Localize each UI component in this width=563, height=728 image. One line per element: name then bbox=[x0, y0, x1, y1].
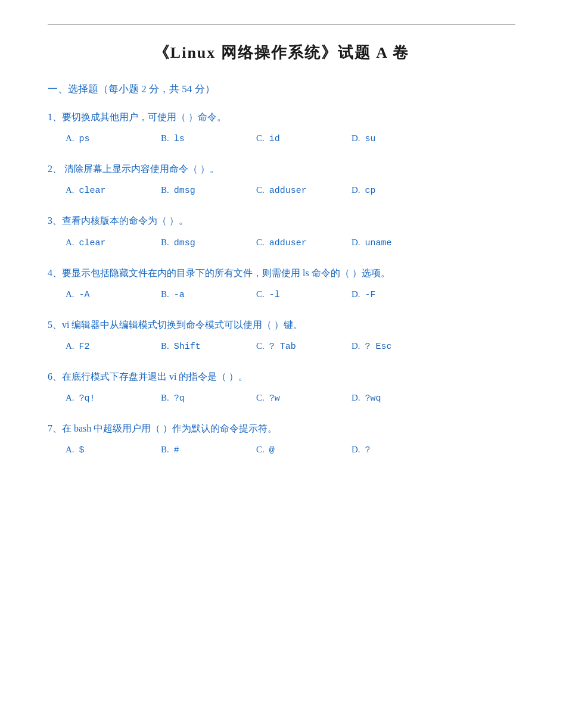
question-block-q7: 7、在 bash 中超级用户用（ ）作为默认的命令提示符。A.$B.#C.@D.… bbox=[48, 420, 515, 455]
options-row-q3: A.clearB.dmsgC.adduserD.uname bbox=[48, 238, 515, 248]
option-q5-0: A.F2 bbox=[66, 341, 137, 352]
question-text-q1: 1、要切换成其他用户，可使用（ ）命令。 bbox=[48, 109, 515, 125]
option-letter-q3-2: C. bbox=[256, 238, 265, 248]
option-value-q7-0: $ bbox=[79, 445, 85, 455]
option-sep-q5-2 bbox=[328, 341, 352, 352]
option-letter-q6-1: B. bbox=[161, 393, 169, 403]
option-value-q6-0: ?q! bbox=[79, 393, 95, 404]
option-q7-1: B.# bbox=[161, 445, 232, 455]
option-letter-q2-0: A. bbox=[66, 185, 74, 195]
question-block-q4: 4、要显示包括隐藏文件在内的目录下的所有文件，则需使用 ls 命令的（ ）选项。… bbox=[48, 265, 515, 300]
option-value-q5-0: F2 bbox=[79, 342, 90, 352]
question-text-q7: 7、在 bash 中超级用户用（ ）作为默认的命令提示符。 bbox=[48, 420, 515, 436]
option-sep-q1-0 bbox=[137, 133, 161, 144]
option-q6-0: A.?q! bbox=[66, 393, 137, 404]
option-letter-q1-1: B. bbox=[161, 133, 169, 143]
option-value-q6-3: ?wq bbox=[365, 393, 381, 404]
option-value-q6-2: ?w bbox=[269, 393, 280, 404]
option-q4-3: D.-F bbox=[352, 289, 423, 300]
option-value-q3-2: adduser bbox=[269, 238, 307, 248]
option-q3-3: D.uname bbox=[352, 238, 423, 248]
option-sep-q1-2 bbox=[328, 133, 352, 144]
option-letter-q5-2: C. bbox=[256, 341, 265, 351]
option-q7-3: D.? bbox=[352, 445, 423, 455]
option-letter-q4-3: D. bbox=[352, 289, 360, 299]
option-sep-q7-2 bbox=[328, 445, 352, 455]
option-q5-1: B.Shift bbox=[161, 341, 232, 352]
option-letter-q2-2: C. bbox=[256, 185, 265, 195]
option-letter-q3-3: D. bbox=[352, 238, 360, 248]
option-value-q3-1: dmsg bbox=[174, 238, 195, 248]
options-row-q2: A.clearB.dmsgC.adduserD.cp bbox=[48, 185, 515, 196]
option-letter-q4-2: C. bbox=[256, 289, 265, 299]
option-sep-q2-0 bbox=[137, 185, 161, 196]
question-text-q5: 5、vi 编辑器中从编辑模式切换到命令模式可以使用（ ）键。 bbox=[48, 317, 515, 333]
option-q1-0: A.ps bbox=[66, 133, 137, 144]
option-value-q1-3: su bbox=[365, 134, 376, 144]
option-value-q2-3: cp bbox=[365, 186, 376, 196]
question-block-q1: 1、要切换成其他用户，可使用（ ）命令。A.psB.lsC.idD.su bbox=[48, 109, 515, 144]
option-letter-q4-0: A. bbox=[66, 289, 74, 299]
questions-container: 1、要切换成其他用户，可使用（ ）命令。A.psB.lsC.idD.su2、 清… bbox=[48, 109, 515, 455]
option-sep-q5-1 bbox=[232, 341, 256, 352]
option-sep-q3-1 bbox=[232, 238, 256, 248]
option-sep-q7-1 bbox=[232, 445, 256, 455]
options-row-q4: A.-AB.-aC.-lD.-F bbox=[48, 289, 515, 300]
options-row-q1: A.psB.lsC.idD.su bbox=[48, 133, 515, 144]
question-text-q6: 6、在底行模式下存盘并退出 vi 的指令是（ ）。 bbox=[48, 368, 515, 385]
option-letter-q6-0: A. bbox=[66, 393, 74, 403]
option-q1-1: B.ls bbox=[161, 133, 232, 144]
option-value-q1-0: ps bbox=[79, 134, 90, 144]
option-sep-q4-2 bbox=[328, 289, 352, 300]
option-q7-2: C.@ bbox=[256, 445, 328, 455]
option-q5-3: D.? Esc bbox=[352, 341, 423, 352]
option-value-q4-1: -a bbox=[174, 290, 185, 300]
option-sep-q4-0 bbox=[137, 289, 161, 300]
option-letter-q4-1: B. bbox=[161, 289, 169, 299]
option-q1-3: D.su bbox=[352, 133, 423, 144]
option-value-q5-2: ? Tab bbox=[269, 342, 296, 352]
option-sep-q6-1 bbox=[232, 393, 256, 404]
option-value-q3-3: uname bbox=[365, 238, 392, 248]
option-letter-q2-1: B. bbox=[161, 185, 169, 195]
option-sep-q4-1 bbox=[232, 289, 256, 300]
option-q3-1: B.dmsg bbox=[161, 238, 232, 248]
option-letter-q6-2: C. bbox=[256, 393, 265, 403]
option-letter-q5-3: D. bbox=[352, 341, 360, 351]
option-q2-0: A.clear bbox=[66, 185, 137, 196]
option-value-q2-1: dmsg bbox=[174, 186, 195, 196]
option-letter-q1-0: A. bbox=[66, 133, 74, 143]
option-q6-1: B.?q bbox=[161, 393, 232, 404]
option-value-q7-3: ? bbox=[365, 445, 371, 455]
question-block-q6: 6、在底行模式下存盘并退出 vi 的指令是（ ）。A.?q!B.?qC.?wD.… bbox=[48, 368, 515, 404]
option-sep-q1-1 bbox=[232, 133, 256, 144]
question-text-q2: 2、 清除屏幕上显示内容使用命令（ ）。 bbox=[48, 161, 515, 177]
option-letter-q7-1: B. bbox=[161, 445, 169, 455]
question-block-q3: 3、查看内核版本的命令为（ ）。A.clearB.dmsgC.adduserD.… bbox=[48, 213, 515, 248]
option-value-q2-2: adduser bbox=[269, 186, 307, 196]
option-value-q4-3: -F bbox=[365, 290, 376, 300]
option-q7-0: A.$ bbox=[66, 445, 137, 455]
question-text-q3: 3、查看内核版本的命令为（ ）。 bbox=[48, 213, 515, 229]
option-letter-q2-3: D. bbox=[352, 185, 360, 195]
option-value-q3-0: clear bbox=[79, 238, 106, 248]
option-value-q5-3: ? Esc bbox=[365, 342, 392, 352]
option-q2-3: D.cp bbox=[352, 185, 423, 196]
option-letter-q7-0: A. bbox=[66, 445, 74, 455]
options-row-q5: A.F2B.ShiftC.? TabD.? Esc bbox=[48, 341, 515, 352]
option-q2-2: C.adduser bbox=[256, 185, 328, 196]
top-divider bbox=[48, 24, 515, 24]
option-sep-q6-0 bbox=[137, 393, 161, 404]
option-sep-q3-2 bbox=[328, 238, 352, 248]
option-sep-q3-0 bbox=[137, 238, 161, 248]
option-q4-0: A.-A bbox=[66, 289, 137, 300]
option-value-q5-1: Shift bbox=[174, 342, 201, 352]
option-sep-q2-2 bbox=[328, 185, 352, 196]
option-letter-q3-0: A. bbox=[66, 238, 74, 248]
option-q6-3: D.?wq bbox=[352, 393, 423, 404]
options-row-q7: A.$B.#C.@D.? bbox=[48, 445, 515, 455]
option-letter-q1-3: D. bbox=[352, 133, 360, 143]
option-sep-q6-2 bbox=[328, 393, 352, 404]
option-value-q6-1: ?q bbox=[174, 393, 185, 404]
option-value-q4-0: -A bbox=[79, 290, 90, 300]
